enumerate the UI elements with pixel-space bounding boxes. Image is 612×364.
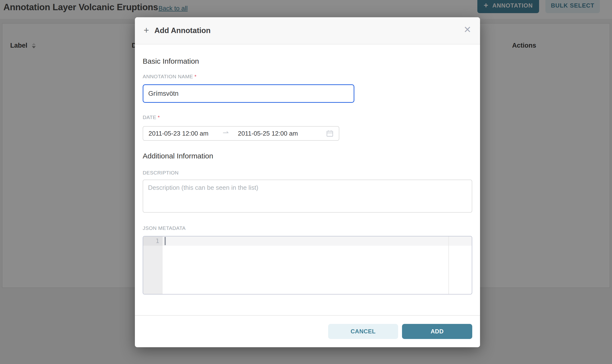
annotation-name-label: ANNOTATION NAME* [143, 65, 472, 79]
json-metadata-editor[interactable]: 1 [143, 236, 472, 295]
editor-cursor [165, 237, 166, 245]
section-heading-basic: Basic Information [143, 44, 472, 65]
date-label: DATE* [143, 103, 472, 120]
description-label: DESCRIPTION [143, 160, 472, 176]
annotation-name-input[interactable] [143, 84, 354, 103]
json-metadata-label: JSON METADATA [143, 213, 472, 231]
date-end-value[interactable]: 2011-05-25 12:00 am [238, 130, 298, 137]
add-annotation-modal: + Add Annotation ✕ Basic Information ANN… [135, 17, 480, 347]
editor-line-number: 1 [143, 236, 159, 246]
modal-header: + Add Annotation ✕ [135, 17, 480, 44]
editor-print-margin [448, 236, 449, 294]
description-textarea[interactable] [143, 180, 472, 213]
modal-footer: CANCEL ADD [135, 315, 480, 347]
date-start-value[interactable]: 2011-05-23 12:00 am [148, 130, 208, 137]
json-metadata-label-text: JSON METADATA [143, 225, 186, 231]
cancel-button[interactable]: CANCEL [328, 324, 398, 339]
annotation-name-label-text: ANNOTATION NAME [143, 74, 193, 79]
plus-icon: + [144, 26, 149, 35]
section-heading-additional: Additional Information [143, 141, 472, 160]
required-marker: * [158, 115, 160, 120]
close-icon[interactable]: ✕ [464, 25, 471, 34]
date-range-picker[interactable]: 2011-05-23 12:00 am ⇀ 2011-05-25 12:00 a… [143, 126, 339, 141]
add-button[interactable]: ADD [402, 324, 472, 339]
description-label-text: DESCRIPTION [143, 170, 179, 175]
date-label-text: DATE [143, 115, 156, 120]
arrow-right-icon: ⇀ [223, 129, 229, 136]
calendar-icon [326, 130, 333, 137]
modal-body: Basic Information ANNOTATION NAME* DATE*… [135, 44, 480, 295]
required-marker: * [195, 74, 197, 79]
editor-active-line [143, 236, 472, 246]
modal-title: Add Annotation [154, 26, 210, 35]
annotation-layer-page: Annotation Layer Volcanic Eruptions Back… [0, 0, 612, 364]
